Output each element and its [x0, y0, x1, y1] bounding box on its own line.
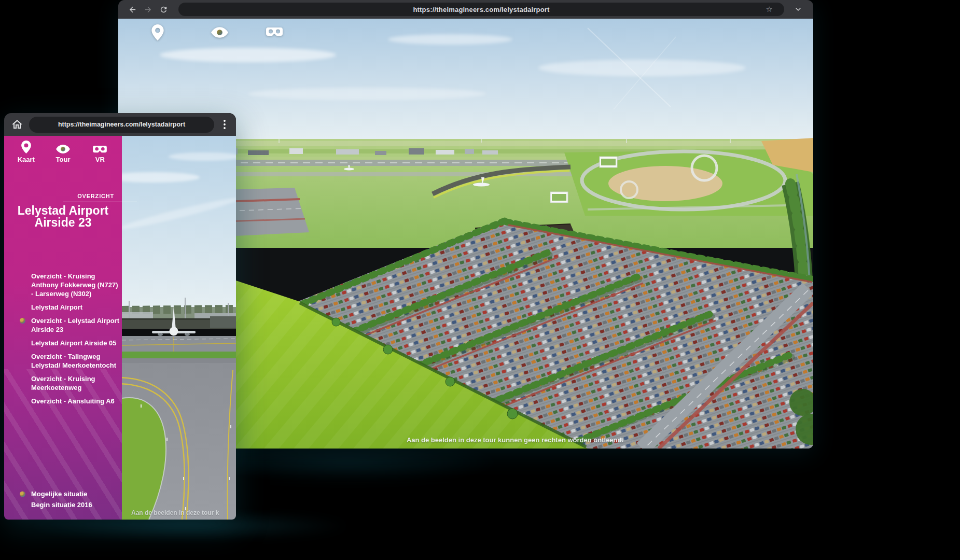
nav-kaart-button[interactable]: Kaart [11, 139, 41, 163]
section-label: OVERZICHT [77, 193, 114, 199]
vr-goggles-icon [93, 139, 107, 153]
desktop-browser-chrome: https://theimagineers.com/lelystadairpor… [118, 0, 813, 19]
menu-item-label: Overzicht - Talingweg Lelystad/ Meerkoet… [31, 353, 116, 369]
tour-title: Lelystad Airport Airside 23 [4, 205, 122, 229]
nav-tour-button[interactable]: Tour [48, 139, 78, 163]
layer-label: Begin situatie 2016 [31, 501, 92, 509]
menu-item-label: Overzicht - Lelystad Airport Airside 23 [31, 317, 119, 333]
menu-item-label: Lelystad Airport Airside 05 [31, 339, 116, 347]
menu-item-label: Overzicht - Kruising Meerkoetenweg [31, 375, 95, 391]
eye-icon[interactable] [211, 27, 228, 40]
mobile-tour-viewport[interactable]: Kaart Tour [4, 136, 236, 520]
menu-item-label: Overzicht - Kruising Anthony Fokkerweg (… [31, 272, 118, 298]
layer-toggle[interactable]: Mogelijke situatie [4, 488, 122, 499]
layer-toggle[interactable]: Begin situatie 2016 [4, 499, 122, 510]
forward-arrow-icon [144, 5, 152, 14]
home-icon [11, 118, 23, 131]
layer-label: Mogelijke situatie [31, 490, 87, 498]
reload-button[interactable] [156, 2, 171, 17]
nav-tour-label: Tour [56, 156, 71, 163]
mobile-browser-chrome: https://theimagineers.com/lelystadairpor… [4, 113, 236, 136]
tour-title-line1: Lelystad Airport [4, 205, 122, 217]
menu-item-label: Overzicht - Aansluiting A6 [31, 397, 115, 405]
nav-kaart-label: Kaart [18, 156, 35, 163]
menu-item[interactable]: Overzicht - Lelystad Airport Airside 23 [31, 316, 120, 334]
menu-item[interactable]: Lelystad Airport [31, 303, 120, 312]
apron-photo-render [122, 136, 236, 520]
bookmark-star-icon[interactable]: ☆ [766, 4, 773, 15]
kebab-menu-icon[interactable] [218, 117, 231, 132]
url-text: https://theimagineers.com/lelystadairpor… [58, 121, 185, 128]
menu-item[interactable]: Overzicht - Kruising Anthony Fokkerweg (… [31, 272, 120, 298]
section-divider [63, 202, 137, 202]
vr-goggles-icon[interactable] [266, 27, 283, 39]
url-text: https://theimagineers.com/lelystadairpor… [413, 6, 549, 13]
tour-title-line2: Airside 23 [4, 217, 122, 229]
address-bar[interactable]: https://theimagineers.com/lelystadairpor… [29, 117, 214, 133]
forward-button[interactable] [140, 2, 156, 17]
active-marker-sphere-icon [20, 318, 25, 324]
reload-icon [159, 5, 168, 14]
menu-item[interactable]: Overzicht - Aansluiting A6 [31, 397, 120, 405]
chevron-down-icon[interactable] [789, 2, 807, 17]
map-pin-icon [21, 139, 31, 153]
nav-vr-label: VR [95, 156, 105, 163]
menu-item[interactable]: Overzicht - Kruising Meerkoetenweg [31, 374, 120, 392]
nav-vr-button[interactable]: VR [85, 139, 115, 163]
layer-toggles: Mogelijke situatie Begin situatie 2016 [4, 488, 122, 510]
mobile-browser-window: https://theimagineers.com/lelystadairpor… [4, 113, 236, 520]
menu-item[interactable]: Overzicht - Talingweg Lelystad/ Meerkoet… [31, 352, 120, 370]
eye-icon [56, 139, 70, 153]
tour-menu: Overzicht - Kruising Anthony Fokkerweg (… [4, 272, 120, 410]
active-marker-sphere-icon [20, 491, 25, 497]
map-pin-icon[interactable] [151, 24, 164, 43]
address-bar[interactable]: https://theimagineers.com/lelystadairpor… [178, 3, 784, 16]
tour-disclaimer-clipped: Aan de beelden in deze tour k [131, 509, 236, 516]
tour-sidebar: Kaart Tour [4, 136, 122, 520]
home-button[interactable] [9, 117, 25, 132]
back-arrow-icon [128, 5, 137, 14]
sidebar-nav: Kaart Tour [4, 139, 122, 163]
back-button[interactable] [124, 2, 140, 17]
menu-item-label: Lelystad Airport [31, 303, 82, 311]
menu-item[interactable]: Lelystad Airport Airside 05 [31, 339, 120, 347]
